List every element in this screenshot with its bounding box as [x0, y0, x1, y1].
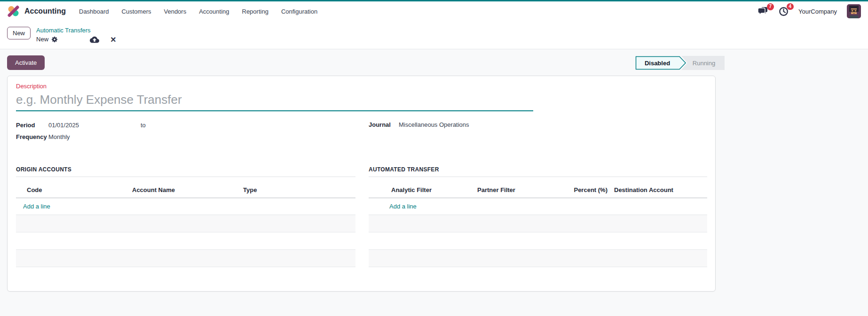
table-row: [16, 232, 355, 250]
handle-column-header: [369, 184, 389, 198]
period-label: Period: [16, 122, 48, 129]
table-row: [369, 250, 707, 267]
menu-dashboard[interactable]: Dashboard: [79, 8, 109, 15]
breadcrumb-current: New: [36, 36, 48, 43]
company-name[interactable]: YourCompany: [798, 8, 837, 15]
menu-configuration[interactable]: Configuration: [281, 8, 317, 15]
origin-accounts-title: ORIGIN ACCOUNTS: [16, 166, 355, 177]
origin-accounts-table: Code Account Name Type Add a line: [16, 184, 355, 267]
table-row: [16, 215, 355, 232]
form-sheet: Description Period 01/01/2025 to Frequen…: [7, 76, 716, 292]
discard-x-icon[interactable]: ×: [110, 36, 116, 43]
description-input[interactable]: [16, 91, 533, 111]
user-avatar[interactable]: [847, 4, 861, 18]
col-code[interactable]: Code: [25, 184, 130, 198]
table-row: [369, 215, 707, 232]
table-row: Add a line: [16, 198, 355, 215]
new-record-button[interactable]: New: [7, 27, 31, 39]
period-row: Period 01/01/2025 to: [16, 119, 369, 131]
menu-reporting[interactable]: Reporting: [242, 8, 268, 15]
journal-label: Journal: [369, 121, 399, 128]
journal-field[interactable]: Miscellaneous Operations: [399, 121, 469, 128]
table-row: [369, 232, 707, 250]
accounting-app-icon[interactable]: [7, 5, 20, 17]
col-analytic-filter[interactable]: Analytic Filter: [389, 184, 475, 198]
status-running-label[interactable]: Running: [693, 59, 715, 66]
journal-row: Journal Miscellaneous Operations: [369, 119, 707, 131]
frequency-row: Frequency Monthly: [16, 131, 369, 143]
transfer-add-a-line-link[interactable]: Add a line: [369, 198, 707, 215]
col-percent[interactable]: Percent (%): [572, 184, 612, 198]
menu-accounting[interactable]: Accounting: [199, 8, 229, 15]
period-start-field[interactable]: 01/01/2025: [48, 122, 141, 129]
col-destination-account[interactable]: Destination Account: [612, 184, 707, 198]
breadcrumb-bar: New Automatic Transfers New: [0, 21, 868, 49]
origin-accounts-section: ORIGIN ACCOUNTS Code Account Name Type A…: [16, 166, 355, 267]
status-bar: Disabled Running: [635, 56, 725, 70]
save-cloud-icon[interactable]: [90, 36, 99, 44]
automated-transfer-section: AUTOMATED TRANSFER Analytic Filter Partn…: [369, 166, 707, 267]
period-end-field[interactable]: [150, 121, 220, 129]
status-disabled-label[interactable]: Disabled: [645, 59, 670, 66]
line-tables: ORIGIN ACCOUNTS Code Account Name Type A…: [16, 166, 707, 267]
top-nav: Accounting Dashboard Customers Vendors A…: [0, 1, 868, 21]
table-row: Add a line: [369, 198, 707, 215]
activities-clock-icon[interactable]: 4: [779, 7, 789, 16]
description-label: Description: [16, 83, 707, 90]
nav-right: 7 4 YourCompany: [758, 4, 861, 18]
table-row: [16, 250, 355, 267]
origin-add-a-line-link[interactable]: Add a line: [16, 198, 355, 215]
actions-gear-icon[interactable]: [51, 36, 58, 43]
messages-icon[interactable]: 7: [758, 7, 769, 16]
menu-customers[interactable]: Customers: [122, 8, 151, 15]
activities-badge: 4: [787, 3, 794, 10]
app-name[interactable]: Accounting: [24, 7, 66, 15]
frequency-field[interactable]: Monthly: [48, 133, 70, 140]
right-field-group: Journal Miscellaneous Operations: [369, 119, 707, 143]
field-grid: Period 01/01/2025 to Frequency Monthly J…: [16, 119, 707, 143]
breadcrumb-parent-link[interactable]: Automatic Transfers: [36, 27, 116, 34]
frequency-label: Frequency: [16, 133, 48, 140]
period-to-label: to: [141, 122, 146, 129]
col-type[interactable]: Type: [241, 184, 355, 198]
breadcrumb: Automatic Transfers New: [36, 27, 116, 44]
form-status-row: Activate Disabled Running: [0, 49, 868, 76]
left-field-group: Period 01/01/2025 to Frequency Monthly: [16, 119, 369, 143]
col-partner-filter[interactable]: Partner Filter: [475, 184, 572, 198]
col-account-name[interactable]: Account Name: [130, 184, 241, 198]
menu-vendors[interactable]: Vendors: [164, 8, 186, 15]
messages-badge: 7: [767, 3, 774, 10]
automated-transfer-table: Analytic Filter Partner Filter Percent (…: [369, 184, 707, 267]
activate-button[interactable]: Activate: [7, 55, 45, 70]
main-menu: Dashboard Customers Vendors Accounting R…: [79, 8, 317, 15]
automated-transfer-title: AUTOMATED TRANSFER: [369, 166, 707, 177]
handle-column-header: [16, 184, 25, 198]
